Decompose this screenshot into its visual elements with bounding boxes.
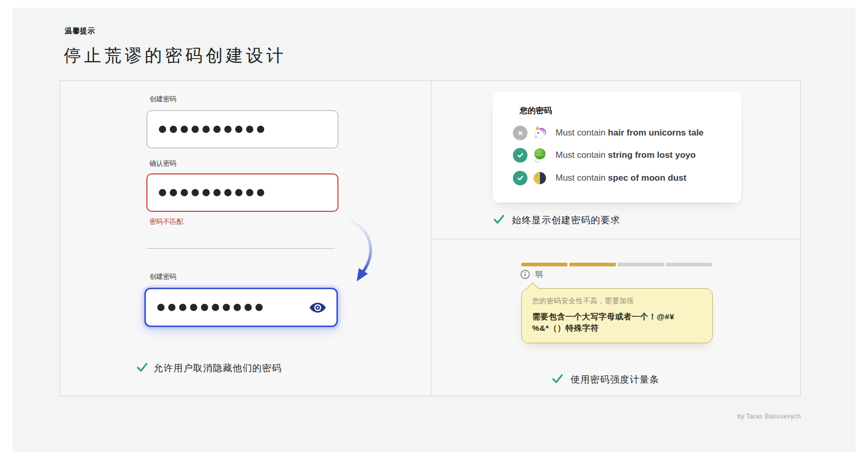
status-cross-icon (513, 126, 527, 140)
moon-icon (532, 170, 548, 186)
password-dot (202, 189, 210, 196)
password-dot (170, 126, 177, 133)
password-dot (235, 189, 242, 196)
password-dot (181, 126, 188, 133)
requirement-text: Must contain hair from unicorns tale (555, 128, 703, 138)
password-dot (170, 189, 177, 196)
password-dot (246, 126, 253, 133)
check-icon (493, 213, 505, 225)
password-dot (181, 189, 188, 196)
create-password-field-1[interactable] (146, 110, 338, 148)
author-credit: by Taras Bakusevych (737, 413, 801, 420)
infographic-root: 温馨提示 停止荒谬的密码创建设计 创建密码 确认密码 密码不匹配 创建密码 (0, 0, 868, 459)
strength-level-label: 弱 (535, 270, 542, 279)
tooltip-summary: 您的密码安全性不高，需要加强 (532, 296, 702, 306)
password-dot (255, 304, 263, 311)
password-dot (190, 304, 197, 311)
curved-arrow (332, 209, 389, 292)
tip-strength-meter: 使用密码强度计量条 (571, 373, 659, 386)
strength-level-row: 弱 (520, 269, 542, 279)
status-check-icon (513, 148, 527, 163)
password-dot (157, 304, 165, 311)
section-divider (147, 248, 335, 249)
password-dot (159, 126, 166, 133)
confirm-password-field[interactable] (146, 173, 338, 212)
password-dot (213, 126, 221, 133)
eye-icon (309, 302, 327, 314)
unicorn-icon (532, 125, 548, 141)
create-password-label-1: 创建密码 (150, 95, 177, 104)
password-dot (201, 304, 208, 311)
password-dot (159, 189, 166, 196)
password-strength-meter (521, 263, 712, 266)
password-dot (257, 126, 264, 133)
password-dot (212, 304, 219, 311)
status-check-icon (513, 171, 527, 185)
requirement-row-yoyo: Must contain string from lost yoyo (513, 147, 696, 163)
password-dot (235, 126, 242, 133)
tooltip-requirement: 需要包含一个大写字母或者一个！@#¥ %&*（）特殊字符 (532, 311, 702, 334)
requirement-text: Must contain string from lost yoyo (555, 150, 696, 160)
info-icon[interactable] (520, 269, 530, 279)
check-icon (136, 361, 148, 373)
password-requirements-card: 您的密码 Must contain hair from unicorns tal… (493, 92, 741, 203)
create-password-label-2: 创建密码 (150, 272, 177, 281)
eyebrow-label: 温馨提示 (65, 26, 95, 36)
password-dot (245, 304, 252, 311)
password-dot (224, 126, 232, 133)
card-title: 您的密码 (520, 105, 552, 116)
strength-tooltip: 您的密码安全性不高，需要加强 需要包含一个大写字母或者一个！@#¥ %&*（）特… (521, 288, 713, 343)
yoyo-icon (532, 147, 548, 163)
password-dot (168, 304, 175, 311)
tip-unmask-password: 允许用户取消隐藏他们的密码 (154, 362, 282, 374)
meter-segment-filled (569, 263, 616, 266)
password-dot (192, 189, 199, 196)
vertical-divider (431, 81, 431, 396)
password-dots-3 (157, 304, 263, 311)
password-dot (213, 189, 221, 196)
password-dot (223, 304, 230, 311)
password-dot (234, 304, 241, 311)
check-icon (551, 372, 564, 385)
password-dot (179, 304, 186, 311)
password-dot (224, 189, 232, 196)
create-password-field-focused[interactable] (144, 288, 338, 327)
toggle-password-visibility-button[interactable] (308, 301, 327, 314)
requirement-row-moon: Must contain spec of moon dust (513, 170, 686, 186)
password-dot (246, 189, 253, 196)
password-dots-1 (159, 126, 264, 133)
password-dot (202, 126, 210, 133)
password-dots-2 (159, 189, 264, 196)
horizontal-divider (431, 239, 800, 239)
password-mismatch-error: 密码不匹配 (150, 217, 183, 226)
confirm-password-label: 确认密码 (150, 159, 177, 168)
content-board: 创建密码 确认密码 密码不匹配 创建密码 允许用户取消隐藏他们 (60, 80, 801, 396)
password-dot (257, 189, 264, 196)
meter-segment-empty (666, 263, 712, 266)
password-dot (192, 126, 199, 133)
meter-segment-filled (521, 263, 567, 266)
requirement-row-unicorn: Must contain hair from unicorns tale (513, 125, 703, 141)
page-title: 停止荒谬的密码创建设计 (64, 44, 287, 68)
meter-segment-empty (618, 263, 664, 266)
tip-show-requirements: 始终显示创建密码的要求 (512, 214, 620, 226)
requirement-text: Must contain spec of moon dust (555, 173, 686, 183)
